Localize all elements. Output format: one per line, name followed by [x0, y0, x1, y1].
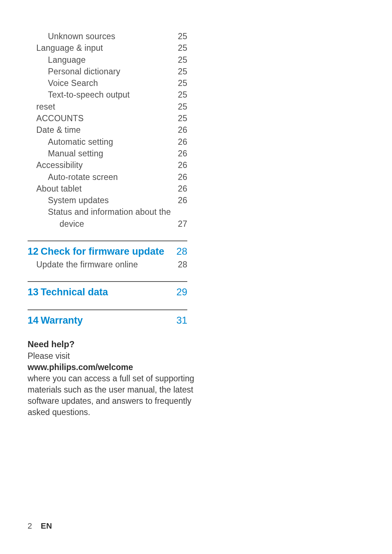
- toc-page: 25: [174, 112, 187, 124]
- toc-label: Accessibility: [28, 159, 83, 171]
- chapter-title: Technical data: [41, 286, 173, 299]
- toc-label: Auto-rotate screen: [28, 171, 118, 183]
- toc-entry[interactable]: ACCOUNTS25: [28, 112, 187, 124]
- toc-page: 25: [174, 77, 187, 89]
- toc-page: 26: [174, 148, 187, 159]
- toc-entry[interactable]: Manual setting26: [28, 148, 187, 159]
- toc-entry[interactable]: Update the firmware online28: [28, 259, 187, 270]
- toc-sections: 12Check for firmware update28Update the …: [28, 241, 187, 327]
- content-column: Unknown sources25Language & input25Langu…: [28, 30, 187, 418]
- toc-label: About tablet: [28, 183, 82, 194]
- chapter-page: 28: [173, 245, 187, 258]
- chapter-page: 29: [173, 286, 187, 299]
- toc-entry[interactable]: Text-to-speech output25: [28, 89, 187, 100]
- toc-chapter[interactable]: 13Technical data29: [28, 286, 187, 299]
- toc-label: device: [28, 218, 84, 230]
- divider: [28, 281, 187, 282]
- toc-entry[interactable]: System updates26: [28, 194, 187, 206]
- toc-entry[interactable]: Accessibility26: [28, 159, 187, 171]
- toc-chapter-group: 14Warranty31: [28, 309, 187, 327]
- need-help-heading: Need help?: [28, 338, 198, 350]
- toc-page: 25: [174, 66, 187, 77]
- toc-entry[interactable]: Unknown sources25: [28, 30, 187, 42]
- page: Unknown sources25Language & input25Langu…: [0, 0, 392, 554]
- chapter-number: 14: [28, 314, 41, 327]
- toc-entry[interactable]: reset25: [28, 101, 187, 112]
- page-number: 2: [28, 521, 32, 531]
- toc-page: 26: [174, 136, 187, 148]
- toc-entry[interactable]: Date & time26: [28, 124, 187, 136]
- toc-label: Voice Search: [28, 77, 98, 89]
- toc-label: Date & time: [28, 124, 81, 136]
- toc-page: 25: [174, 54, 187, 66]
- need-help-link[interactable]: www.philips.com/welcome: [28, 362, 198, 373]
- toc-entry[interactable]: Voice Search25: [28, 77, 187, 89]
- toc-label: reset: [28, 101, 55, 112]
- toc-chapter-group: 12Check for firmware update28Update the …: [28, 241, 187, 270]
- toc-label: System updates: [28, 194, 109, 206]
- chapter-title: Warranty: [41, 314, 173, 327]
- toc-page: 25: [174, 42, 187, 54]
- toc-entry[interactable]: Language25: [28, 54, 187, 66]
- toc-chapter[interactable]: 12Check for firmware update28: [28, 245, 187, 258]
- toc-entry[interactable]: Language & input25: [28, 42, 187, 54]
- toc-page: 26: [174, 124, 187, 136]
- toc-entry[interactable]: Personal dictionary25: [28, 66, 187, 77]
- toc-entry-continued[interactable]: device27: [28, 218, 187, 230]
- toc-label: Update the firmware online: [28, 259, 138, 270]
- toc-page: 26: [174, 171, 187, 183]
- toc-label: Automatic setting: [28, 136, 113, 148]
- toc-page: 26: [174, 194, 187, 206]
- toc-label: Unknown sources: [28, 30, 115, 42]
- chapter-number: 13: [28, 286, 41, 299]
- need-help-line1: Please visit: [28, 350, 198, 362]
- toc-page: 26: [174, 159, 187, 171]
- divider: [28, 309, 187, 310]
- toc-label: Language: [28, 54, 86, 66]
- toc-entry[interactable]: About tablet26: [28, 183, 187, 194]
- need-help-block: Need help? Please visit www.philips.com/…: [28, 338, 198, 418]
- chapter-number: 12: [28, 245, 41, 258]
- divider: [28, 241, 187, 241]
- toc-page: 27: [174, 218, 187, 230]
- toc-label: ACCOUNTS: [28, 112, 84, 124]
- toc-entry[interactable]: Auto-rotate screen26: [28, 171, 187, 183]
- toc-page: 25: [174, 30, 187, 42]
- toc-label: Language & input: [28, 42, 103, 54]
- toc-label: Text-to-speech output: [28, 89, 130, 100]
- toc-page: 26: [174, 183, 187, 194]
- language-code: EN: [41, 521, 52, 531]
- toc-list: Unknown sources25Language & input25Langu…: [28, 30, 187, 230]
- toc-entry[interactable]: Automatic setting26: [28, 136, 187, 148]
- toc-page: 25: [174, 89, 187, 100]
- toc-label: Manual setting: [28, 148, 103, 159]
- toc-chapter-group: 13Technical data29: [28, 281, 187, 299]
- chapter-page: 31: [173, 314, 187, 327]
- toc-page: 25: [174, 101, 187, 112]
- page-footer: 2 EN: [28, 521, 52, 531]
- toc-label: Status and information about the: [28, 206, 171, 218]
- toc-entry[interactable]: Status and information about the: [28, 206, 187, 218]
- chapter-title: Check for firmware update: [41, 245, 173, 258]
- need-help-body: where you can access a full set of suppo…: [28, 373, 198, 418]
- toc-page: 28: [174, 259, 187, 270]
- toc-label: Personal dictionary: [28, 66, 120, 77]
- toc-chapter[interactable]: 14Warranty31: [28, 314, 187, 327]
